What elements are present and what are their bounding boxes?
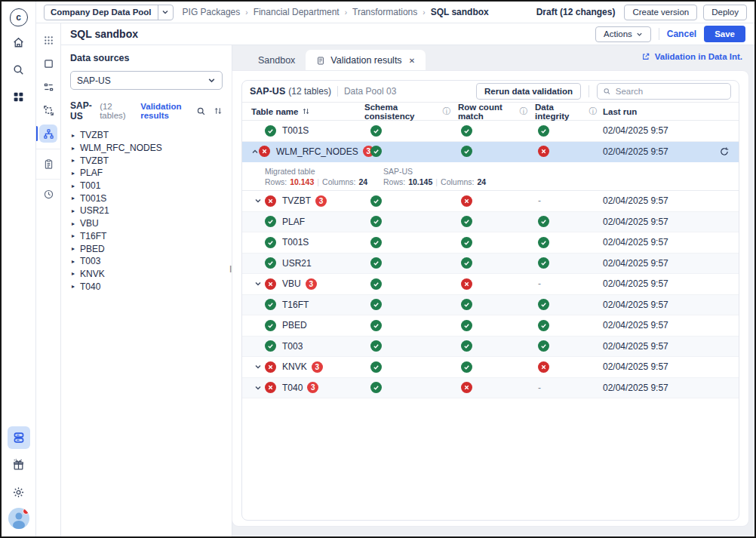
chevron-down-icon[interactable] bbox=[251, 197, 265, 204]
expand-triangle-icon[interactable]: ▸ bbox=[72, 245, 75, 252]
tree-item-label: T001 bbox=[80, 180, 100, 191]
rail-divider bbox=[36, 149, 61, 149]
table-row[interactable]: TVZBT3-02/04/2025 9:57 bbox=[242, 191, 739, 212]
table-row[interactable]: T00302/04/2025 9:57 bbox=[242, 337, 739, 358]
table-row[interactable]: VBU3-02/04/2025 9:57 bbox=[242, 274, 739, 295]
table-row[interactable]: KNVK302/04/2025 9:57 bbox=[242, 357, 739, 378]
transformations-hierarchy-icon[interactable] bbox=[39, 125, 57, 143]
expand-triangle-icon[interactable]: ▸ bbox=[72, 183, 75, 189]
tree-item[interactable]: ▸VBU bbox=[70, 217, 223, 230]
clipboard-icon[interactable] bbox=[39, 155, 57, 173]
refresh-icon[interactable] bbox=[719, 146, 730, 157]
settings-gear-icon[interactable] bbox=[8, 481, 30, 503]
rows-settings-icon[interactable] bbox=[39, 78, 57, 96]
status-ok-icon bbox=[461, 340, 472, 352]
info-icon[interactable]: ⓘ bbox=[520, 106, 528, 117]
search-icon[interactable] bbox=[196, 106, 206, 116]
expand-triangle-icon[interactable]: ▸ bbox=[72, 145, 75, 152]
tree-item[interactable]: ▸PBED bbox=[70, 242, 223, 255]
table-row[interactable]: T001S02/04/2025 9:57 bbox=[242, 121, 739, 142]
data-source-select[interactable]: SAP-US bbox=[70, 71, 223, 90]
info-icon[interactable]: ⓘ bbox=[443, 106, 451, 117]
table-row[interactable]: WLM_RFC_NODES302/04/2025 9:57 bbox=[242, 142, 739, 163]
expand-triangle-icon[interactable]: ▸ bbox=[72, 232, 75, 239]
close-tab-icon[interactable]: ✕ bbox=[409, 57, 415, 65]
search-input[interactable] bbox=[616, 87, 725, 96]
validation-results-link[interactable]: Validation results bbox=[140, 102, 196, 120]
tree-item[interactable]: ▸PLAF bbox=[70, 167, 223, 180]
table-row[interactable]: USR2102/04/2025 9:57 bbox=[242, 254, 739, 275]
expand-triangle-icon[interactable]: ▸ bbox=[72, 157, 75, 164]
table-search[interactable] bbox=[597, 83, 731, 100]
tree-item[interactable]: ▸T16FT bbox=[70, 230, 223, 243]
table-row[interactable]: T0403-02/04/2025 9:57 bbox=[242, 378, 739, 399]
chevron-down-icon[interactable] bbox=[251, 363, 265, 370]
sort-icon[interactable] bbox=[214, 106, 223, 115]
status-ok-icon bbox=[461, 361, 472, 373]
tree-item[interactable]: ▸T001 bbox=[70, 180, 223, 192]
expand-triangle-icon[interactable]: ▸ bbox=[72, 283, 75, 290]
tree-item[interactable]: ▸USR21 bbox=[70, 204, 223, 217]
user-avatar[interactable] bbox=[8, 508, 29, 529]
table-name-label: KNVK bbox=[282, 361, 307, 372]
table-header-row: Table name Schema consistency ⓘ Row coun… bbox=[242, 103, 739, 121]
data-integrity-cell bbox=[527, 299, 597, 310]
info-icon[interactable]: ⓘ bbox=[589, 106, 598, 117]
save-button[interactable]: Save bbox=[704, 26, 745, 42]
chevron-down-icon[interactable] bbox=[251, 280, 265, 287]
tree-item[interactable]: ▸KNVK bbox=[70, 268, 223, 281]
pool-selector[interactable]: Company Dep Data Pool bbox=[44, 5, 174, 20]
chevron-down-icon[interactable] bbox=[158, 5, 173, 20]
breadcrumb-item[interactable]: PIG Packages bbox=[183, 7, 241, 17]
panel-title: Data sources bbox=[70, 53, 223, 63]
breadcrumb-item[interactable]: Financial Department bbox=[254, 7, 340, 17]
tab-sandbox[interactable]: Sandbox bbox=[247, 50, 306, 71]
frame-icon[interactable] bbox=[39, 54, 57, 72]
column-sort-icon[interactable] bbox=[302, 107, 310, 115]
expand-triangle-icon[interactable]: ▸ bbox=[72, 270, 75, 277]
table-row[interactable]: T16FT02/04/2025 9:57 bbox=[242, 295, 739, 316]
home-icon[interactable] bbox=[8, 31, 30, 54]
cancel-button[interactable]: Cancel bbox=[667, 29, 696, 39]
last-run-cell: 02/04/2025 9:57 bbox=[597, 125, 710, 136]
comparison-detail-row: Migrated tableRows:10.143|Columns:24SAP-… bbox=[242, 162, 739, 191]
apps-icon[interactable] bbox=[8, 85, 30, 108]
rerun-validation-button[interactable]: Rerun data validation bbox=[476, 83, 581, 100]
table-row[interactable]: PLAF02/04/2025 9:57 bbox=[242, 212, 739, 233]
transform-icon[interactable] bbox=[39, 101, 57, 119]
expand-triangle-icon[interactable]: ▸ bbox=[72, 170, 75, 177]
status-ok-icon bbox=[370, 278, 382, 290]
expand-triangle-icon[interactable]: ▸ bbox=[72, 132, 75, 139]
tree-item[interactable]: ▸T003 bbox=[70, 255, 223, 268]
tree-item[interactable]: ▸T001S bbox=[70, 192, 223, 204]
expand-triangle-icon[interactable]: ▸ bbox=[72, 258, 75, 265]
create-version-button[interactable]: Create version bbox=[624, 5, 697, 20]
gift-icon[interactable] bbox=[8, 453, 30, 476]
expand-triangle-icon[interactable]: ▸ bbox=[72, 208, 75, 214]
actions-button[interactable]: Actions bbox=[595, 26, 651, 42]
table-row[interactable]: T001S02/04/2025 9:57 bbox=[242, 232, 739, 254]
tree-item[interactable]: ▸TVZBT bbox=[70, 129, 223, 142]
tree-item[interactable]: ▸T040 bbox=[70, 280, 223, 293]
data-source-select-value: SAP-US bbox=[77, 75, 111, 86]
expand-triangle-icon[interactable]: ▸ bbox=[72, 195, 75, 201]
tree-item[interactable]: ▸WLM_RFC_NODES bbox=[70, 142, 223, 155]
data-integrity-cell bbox=[527, 361, 597, 373]
data-pools-icon[interactable] bbox=[8, 426, 30, 449]
search-icon[interactable] bbox=[8, 58, 30, 81]
history-clock-icon[interactable] bbox=[39, 185, 57, 203]
breadcrumb-item[interactable]: Transformations bbox=[352, 7, 417, 17]
tree-item[interactable]: ▸TVZBT bbox=[70, 154, 223, 167]
grid-dots-icon[interactable] bbox=[39, 31, 57, 49]
table-name-cell: T16FT bbox=[242, 299, 355, 310]
deploy-button[interactable]: Deploy bbox=[703, 5, 747, 20]
chevron-up-icon[interactable] bbox=[251, 148, 259, 155]
chevron-down-icon[interactable] bbox=[251, 384, 265, 392]
validation-in-data-int-link[interactable]: Validation in Data Int. bbox=[641, 52, 742, 61]
tab-validation-results[interactable]: Validation results✕ bbox=[306, 50, 426, 71]
table-name-label: T001S bbox=[282, 237, 309, 247]
col-schema-consistency: Schema consistency bbox=[364, 103, 440, 121]
columns-label: Columns: bbox=[441, 177, 474, 186]
table-row[interactable]: PBED02/04/2025 9:57 bbox=[242, 315, 739, 337]
expand-triangle-icon[interactable]: ▸ bbox=[72, 220, 75, 227]
